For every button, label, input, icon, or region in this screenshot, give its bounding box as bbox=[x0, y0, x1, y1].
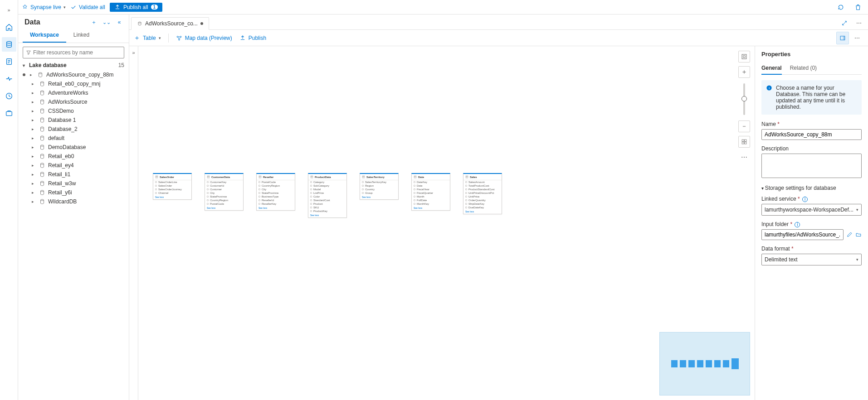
collapse-all-icon[interactable]: ⌄⌄ bbox=[102, 17, 112, 27]
sidebar-item[interactable]: ▸AdWorksSource bbox=[18, 97, 129, 106]
group-lake-database[interactable]: ▾ Lake database 15 bbox=[18, 60, 129, 70]
sidebar-item[interactable]: ▸DemoDatabase bbox=[18, 143, 129, 152]
table-card[interactable]: CustomerDataCustomerKeyCustomerIdCustome… bbox=[205, 173, 244, 211]
rail-develop-icon[interactable] bbox=[2, 54, 16, 69]
storage-section-toggle[interactable]: Storage settings for database bbox=[761, 185, 862, 191]
sidebar-item-label: Retail_li1 bbox=[48, 171, 70, 178]
description-input[interactable] bbox=[761, 154, 862, 178]
table-card-header: Reseller bbox=[257, 174, 295, 180]
sidebar-item[interactable]: ▸default bbox=[18, 134, 129, 143]
rail-data-icon[interactable] bbox=[2, 37, 16, 52]
table-column: Customer bbox=[205, 188, 243, 191]
tab-workspace[interactable]: Workspace bbox=[23, 28, 66, 43]
sidebar-item[interactable]: ▸Retail_y6i bbox=[18, 188, 129, 197]
sidebar-item[interactable]: ▸WildcardDB bbox=[18, 197, 129, 206]
sidebar-item[interactable]: ▸Database 1 bbox=[18, 116, 129, 125]
map-data-button[interactable]: Map data (Preview) bbox=[176, 35, 232, 41]
more-actions-icon[interactable]: ⋯ bbox=[851, 32, 863, 44]
table-column: PostalCode bbox=[257, 180, 295, 184]
see-more-link[interactable]: See less bbox=[308, 213, 346, 217]
properties-tab-related[interactable]: Related (0) bbox=[790, 62, 817, 74]
group-count: 15 bbox=[118, 62, 124, 68]
data-format-select[interactable]: Delimited text ▾ bbox=[761, 254, 862, 265]
validate-all-button[interactable]: Validate all bbox=[70, 4, 105, 10]
expand-editor-icon[interactable] bbox=[838, 17, 851, 29]
table-card-header: SalesTerritory bbox=[360, 174, 398, 180]
svg-point-13 bbox=[41, 154, 44, 155]
canvas-more-icon[interactable]: ⋯ bbox=[738, 151, 750, 163]
zoom-out-icon[interactable]: － bbox=[738, 120, 750, 132]
sidebar-item[interactable]: ▸Retail_w3w bbox=[18, 179, 129, 188]
diagram-canvas[interactable]: ＋ － ⋯ SalesOrderSalesOrderLineSalesOrder… bbox=[138, 46, 755, 400]
table-column: CustomerId bbox=[205, 184, 243, 188]
zoom-in-icon[interactable]: ＋ bbox=[738, 66, 750, 78]
svg-text:i: i bbox=[769, 86, 770, 90]
linked-service-select[interactable]: lamurthyworkspace-WorkspaceDef... ▾ bbox=[761, 204, 862, 216]
editor-toolbar: ＋ Table ▾ Map data (Preview) Publish bbox=[129, 30, 868, 46]
properties-toggle-icon[interactable] bbox=[836, 32, 849, 44]
sidebar-item[interactable]: ▸AdventureWorks bbox=[18, 88, 129, 97]
sidebar-item[interactable]: ▸AdWorksSource_copy_88m bbox=[18, 70, 129, 79]
editor-tab[interactable]: AdWorksSource_co... bbox=[131, 17, 209, 30]
table-card-header: CustomerData bbox=[205, 174, 243, 180]
name-input[interactable] bbox=[761, 129, 862, 140]
see-more-link[interactable]: See less bbox=[205, 206, 243, 210]
canvas-collapse-icon[interactable]: » bbox=[129, 46, 138, 400]
rail-integrate-icon[interactable] bbox=[2, 72, 16, 86]
svg-point-9 bbox=[41, 118, 44, 119]
rail-home-icon[interactable] bbox=[2, 20, 16, 34]
synapse-live-dropdown[interactable]: Synapse live ▾ bbox=[22, 4, 66, 10]
properties-tab-general[interactable]: General bbox=[761, 62, 782, 75]
more-tabs-icon[interactable]: ⋯ bbox=[853, 17, 865, 29]
sidebar-item[interactable]: ▸Retail_li1 bbox=[18, 170, 129, 179]
sidebar-item[interactable]: ▸Retail_eb0_copy_mnj bbox=[18, 79, 129, 88]
table-card[interactable]: SalesTerritorySalesTerritoryKeyRegionCou… bbox=[360, 173, 399, 200]
table-column: ResellerId bbox=[257, 198, 295, 202]
rail-expand-icon[interactable]: » bbox=[2, 3, 16, 17]
sidebar-item[interactable]: ▸CSSDemo bbox=[18, 106, 129, 116]
sidebar-item-label: AdWorksSource_copy_88m bbox=[46, 72, 114, 78]
svg-point-14 bbox=[41, 163, 44, 164]
minimap[interactable] bbox=[659, 332, 750, 395]
tab-linked[interactable]: Linked bbox=[66, 28, 97, 43]
filter-input-wrap[interactable] bbox=[23, 47, 124, 58]
see-more-link[interactable]: See less bbox=[153, 195, 191, 199]
add-resource-button[interactable]: ＋ bbox=[89, 17, 99, 27]
see-more-link[interactable]: See less bbox=[257, 206, 295, 210]
sidebar-item[interactable]: ▸Retail_eb0 bbox=[18, 152, 129, 161]
discard-button[interactable] bbox=[852, 1, 864, 14]
table-card[interactable]: ResellerPostalCodeCountryRegionCityState… bbox=[256, 173, 295, 211]
table-card[interactable]: DateDateKeyDateFiscalYearFiscalQuarterMo… bbox=[411, 173, 450, 211]
see-more-link[interactable]: See less bbox=[360, 195, 398, 199]
refresh-button[interactable] bbox=[834, 1, 847, 14]
see-more-link[interactable]: See less bbox=[412, 206, 450, 210]
table-column: Month bbox=[412, 195, 450, 198]
fit-to-screen-icon[interactable] bbox=[738, 51, 750, 63]
table-card[interactable]: SalesSalesAmountTotalProductCostProductS… bbox=[463, 173, 502, 214]
name-label: Name * bbox=[761, 121, 862, 127]
table-column: FiscalYear bbox=[412, 188, 450, 191]
edit-icon[interactable] bbox=[846, 231, 853, 238]
see-more-link[interactable]: See less bbox=[463, 209, 502, 214]
sidebar-item[interactable]: ▸Database_2 bbox=[18, 125, 129, 134]
chevron-down-icon: ▾ bbox=[63, 5, 66, 10]
svg-point-4 bbox=[39, 72, 42, 74]
dirty-indicator-icon bbox=[200, 22, 203, 25]
rail-manage-icon[interactable] bbox=[2, 106, 16, 120]
table-column: FiscalQuarter bbox=[412, 191, 450, 195]
publish-button[interactable]: Publish bbox=[239, 35, 266, 41]
svg-rect-36 bbox=[414, 176, 416, 178]
zoom-slider[interactable] bbox=[743, 83, 745, 115]
auto-layout-icon[interactable] bbox=[738, 136, 750, 148]
filter-input[interactable] bbox=[33, 49, 121, 56]
table-card[interactable]: SalesOrderSalesOrderLineSalesOrderSalesO… bbox=[153, 173, 192, 200]
browse-folder-icon[interactable] bbox=[855, 231, 862, 238]
input-folder-input[interactable] bbox=[761, 229, 844, 240]
publish-all-button[interactable]: Publish all 1 bbox=[110, 3, 162, 12]
sidebar-collapse-icon[interactable]: « bbox=[114, 17, 124, 27]
sidebar-item[interactable]: ▸Retail_ey4 bbox=[18, 161, 129, 170]
table-card[interactable]: ProductDataCategorySubCategoryModelListP… bbox=[308, 173, 347, 218]
add-table-button[interactable]: ＋ Table ▾ bbox=[134, 34, 161, 42]
rail-monitor-icon[interactable] bbox=[2, 89, 16, 103]
svg-rect-29 bbox=[742, 142, 744, 144]
